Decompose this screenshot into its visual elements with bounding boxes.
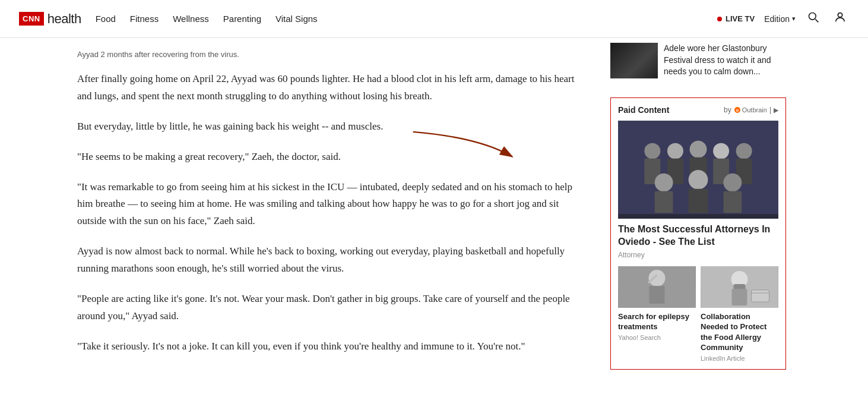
ad-attorneys-image[interactable] bbox=[618, 121, 778, 219]
article-caption: Ayyad 2 months after recovering from the… bbox=[77, 50, 582, 59]
chevron-down-icon: ▾ bbox=[792, 15, 796, 23]
health-logo-text: health bbox=[47, 11, 81, 27]
attorneys-group-photo bbox=[618, 121, 778, 219]
svg-point-19 bbox=[689, 170, 708, 190]
sidebar-top-article-thumbnail bbox=[610, 43, 658, 78]
outbrain-logo: by o Outbrain | ▶ bbox=[724, 106, 778, 114]
paid-content-box: Paid Content by o Outbrain | ▶ bbox=[610, 97, 786, 370]
nav-food[interactable]: Food bbox=[96, 14, 116, 24]
nav-parenting[interactable]: Parenting bbox=[223, 14, 261, 24]
article-body: After finally going home on April 22, Ay… bbox=[77, 71, 582, 355]
ad-collaboration-source: LinkedIn Article bbox=[701, 355, 778, 362]
outbrain-name: o Outbrain bbox=[734, 106, 767, 114]
paid-content-header: Paid Content by o Outbrain | ▶ bbox=[618, 105, 778, 115]
ad-epilepsy-image bbox=[618, 266, 696, 308]
svg-point-13 bbox=[713, 143, 729, 159]
paid-content-label: Paid Content bbox=[618, 105, 669, 115]
ad-epilepsy[interactable]: Search for epilepsy treatments Yahoo! Se… bbox=[618, 266, 696, 362]
live-dot-icon bbox=[717, 17, 722, 21]
sidebar-top-article-text: Adele wore her Glastonbury Festival dres… bbox=[664, 43, 786, 78]
ad-attorneys-source: Attorney bbox=[618, 251, 778, 259]
article-paragraph-4: "It was remarkable to go from seeing him… bbox=[77, 179, 582, 231]
nav-wellness[interactable]: Wellness bbox=[173, 14, 209, 24]
svg-point-24 bbox=[649, 270, 666, 286]
page-container: Ayyad 2 months after recovering from the… bbox=[0, 38, 868, 392]
nav-vital-signs[interactable]: Vital Signs bbox=[275, 14, 318, 24]
ad-collaboration[interactable]: Collaboration Needed to Protect the Food… bbox=[701, 266, 778, 362]
ad-attorneys-title[interactable]: The Most Successful Attorneys In Oviedo … bbox=[618, 223, 778, 248]
outbrain-by: by bbox=[724, 106, 731, 114]
paid-content-play-icon: ▶ bbox=[774, 106, 778, 114]
user-account-button[interactable] bbox=[831, 8, 849, 29]
svg-point-15 bbox=[736, 143, 752, 159]
search-button[interactable] bbox=[805, 9, 822, 29]
article-paragraph-7: "Take it seriously. It's not a joke. It … bbox=[77, 338, 582, 355]
svg-point-0 bbox=[809, 13, 816, 20]
svg-line-1 bbox=[815, 19, 818, 22]
header-right-controls: LIVE TV Edition ▾ bbox=[717, 8, 849, 29]
user-icon bbox=[834, 11, 847, 24]
svg-rect-31 bbox=[752, 290, 769, 302]
article-paragraph-5: Ayyad is now almost back to normal. Whil… bbox=[77, 243, 582, 278]
sidebar: Adele wore her Glastonbury Festival dres… bbox=[606, 38, 796, 392]
article-paragraph-3: "He seems to be making a great recovery,… bbox=[77, 149, 582, 166]
edition-label: Edition bbox=[764, 14, 790, 24]
svg-rect-18 bbox=[655, 191, 673, 213]
ad-pair: Search for epilepsy treatments Yahoo! Se… bbox=[618, 266, 778, 362]
search-icon bbox=[807, 11, 819, 23]
svg-rect-20 bbox=[689, 189, 708, 213]
svg-text:o: o bbox=[736, 108, 739, 113]
cnn-logo: CNN bbox=[19, 12, 44, 26]
paid-content-separator: | bbox=[769, 106, 771, 114]
ad-epilepsy-source: Yahoo! Search bbox=[618, 334, 696, 341]
article-paragraph-6: "People are acting like it's gone. It's … bbox=[77, 291, 582, 325]
article-paragraph-1: After finally going home on April 22, Ay… bbox=[77, 71, 582, 105]
site-logo[interactable]: CNN health bbox=[19, 11, 81, 27]
svg-rect-22 bbox=[723, 191, 742, 213]
svg-point-11 bbox=[690, 141, 707, 158]
live-tv-label: LIVE TV bbox=[726, 14, 755, 23]
ad-epilepsy-title: Search for epilepsy treatments bbox=[618, 311, 696, 332]
attorneys-svg bbox=[618, 124, 778, 216]
nav-fitness[interactable]: Fitness bbox=[130, 14, 159, 24]
svg-rect-25 bbox=[650, 286, 665, 304]
epilepsy-svg bbox=[618, 266, 696, 308]
svg-point-2 bbox=[838, 13, 842, 17]
svg-point-21 bbox=[723, 174, 742, 192]
sidebar-top-article[interactable]: Adele wore her Glastonbury Festival dres… bbox=[610, 43, 786, 88]
live-tv-button[interactable]: LIVE TV bbox=[717, 14, 755, 23]
collaboration-svg bbox=[701, 266, 778, 308]
svg-point-9 bbox=[667, 143, 683, 159]
edition-button[interactable]: Edition ▾ bbox=[764, 14, 796, 24]
article-main: Ayyad 2 months after recovering from the… bbox=[0, 38, 606, 392]
article-paragraph-2: But everyday, little by little, he was g… bbox=[77, 118, 582, 135]
svg-point-17 bbox=[655, 174, 673, 192]
main-nav: Food Fitness Wellness Parenting Vital Si… bbox=[96, 14, 717, 24]
svg-point-7 bbox=[644, 143, 660, 159]
ad-collaboration-title: Collaboration Needed to Protect the Food… bbox=[701, 311, 778, 353]
outbrain-circle-icon: o bbox=[734, 106, 741, 114]
site-header: CNN health Food Fitness Wellness Parenti… bbox=[0, 0, 868, 38]
ad-collaboration-image bbox=[701, 266, 778, 308]
svg-rect-30 bbox=[732, 289, 747, 305]
